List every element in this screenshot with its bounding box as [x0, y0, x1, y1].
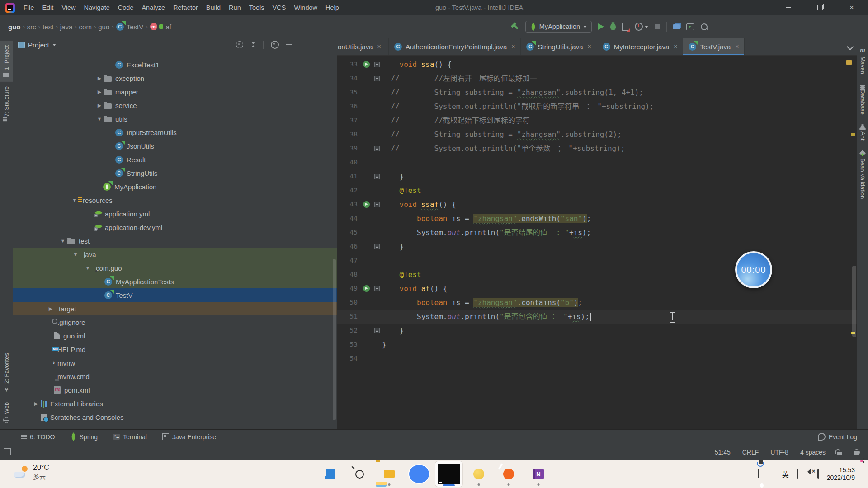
taskbar-chrome[interactable] — [406, 461, 433, 487]
tree-item-application-dev-yml[interactable]: application-dev.yml — [13, 221, 337, 234]
status-51-45[interactable]: 51:45 — [715, 449, 731, 456]
code-line-35[interactable]: 35 // String substring = "zhangsan".subs… — [337, 85, 857, 99]
project-structure-icon[interactable] — [673, 24, 680, 29]
run-anything-icon[interactable] — [686, 23, 694, 30]
run-button[interactable] — [598, 23, 604, 30]
taskbar-intellij-idea[interactable] — [435, 461, 462, 487]
menu-analyze[interactable]: Analyze — [137, 0, 169, 15]
tree-item-utils[interactable]: ▼utils — [13, 112, 337, 126]
code-line-34[interactable]: 34 // //左闭右开 尾标的值最好加一 — [337, 71, 857, 85]
tool-button-database[interactable]: Database — [859, 80, 866, 120]
breadcrumb-guo[interactable]: guo — [98, 23, 109, 31]
tree-item-service[interactable]: ▶service — [13, 99, 337, 112]
arrow-expanded-icon[interactable]: ▼ — [58, 238, 67, 244]
tree-item-pom-xml[interactable]: pom.xml — [13, 383, 337, 397]
locate-file-icon[interactable] — [236, 41, 243, 48]
code-line-39[interactable]: 39 // System.out.println("单个参数 ； "+subst… — [337, 141, 857, 155]
code-line-54[interactable]: 54 — [337, 352, 857, 366]
tray-battery[interactable] — [817, 470, 819, 478]
code-line-45[interactable]: 45 System.out.println("是否结尾的值 : "+is); — [337, 225, 857, 239]
tool-button-web[interactable]: Web — [3, 398, 10, 428]
code-line-40[interactable]: 40 — [337, 155, 857, 169]
status-crlf[interactable]: CRLF — [742, 449, 759, 456]
hide-panel-icon[interactable] — [286, 44, 292, 45]
breadcrumb-testv[interactable]: TestV — [116, 23, 144, 31]
menu-edit[interactable]: Edit — [38, 0, 57, 15]
arrow-collapsed-icon[interactable]: ▶ — [95, 89, 104, 95]
tab-close-icon[interactable]: × — [735, 43, 739, 50]
menu-view[interactable]: View — [57, 0, 80, 15]
menu-run[interactable]: Run — [225, 0, 245, 15]
code-line-42[interactable]: 42 @Test — [337, 183, 857, 197]
tool-button-1-project[interactable]: 1: Project — [0, 41, 13, 82]
taskbar-start[interactable] — [316, 461, 343, 487]
run-gutter-icon[interactable] — [360, 197, 372, 211]
build-hammer-icon[interactable] — [509, 21, 520, 32]
toolwindow-java-enterprise[interactable]: Java Enterprise — [162, 433, 216, 441]
code-editor[interactable]: 33 void ssa() {34 // //左闭右开 尾标的值最好加一35 /… — [337, 57, 857, 429]
code-line-37[interactable]: 37 // //截取起始下标到尾标的字符 — [337, 113, 857, 127]
fold-marker[interactable] — [372, 141, 382, 155]
tree-item-guo-iml[interactable]: guo.iml — [13, 329, 337, 343]
code-line-53[interactable]: 53} — [337, 338, 857, 352]
menu-file[interactable]: File — [19, 0, 38, 15]
tree-item-mapper[interactable]: ▶mapper — [13, 85, 337, 99]
menu-window[interactable]: Window — [290, 0, 321, 15]
code-line-43[interactable]: 43 void ssaf() { — [337, 197, 857, 211]
code-line-46[interactable]: 46 } — [337, 239, 857, 253]
tray-tray-expand[interactable] — [758, 470, 759, 478]
code-line-41[interactable]: 41 } — [337, 169, 857, 183]
code-line-33[interactable]: 33 void ssa() { — [337, 57, 857, 71]
toolwindow-spring[interactable]: Spring — [71, 433, 98, 441]
breadcrumb-src[interactable]: src — [27, 23, 36, 31]
tray-volume-muted[interactable] — [806, 470, 810, 478]
lock-icon[interactable] — [837, 452, 842, 455]
event-log-button[interactable]: Event Log — [818, 433, 857, 441]
tray-pen-device[interactable] — [797, 470, 798, 478]
tool-button-2-favorites[interactable]: ★2: Favorites — [3, 348, 10, 398]
tree-item-exceltest1[interactable]: ExcelTest1 — [13, 58, 337, 71]
arrow-expanded-icon[interactable]: ▼ — [71, 252, 80, 257]
tab-stringutils-java[interactable]: StringUtils.java× — [521, 38, 597, 55]
tab-testv-java[interactable]: TestV.java× — [683, 38, 745, 55]
fold-marker[interactable] — [372, 57, 382, 71]
run-config-combo[interactable]: MyApplication — [525, 21, 592, 33]
arrow-collapsed-icon[interactable]: ▶ — [32, 401, 41, 407]
window-layout-icon[interactable] — [4, 448, 11, 455]
tree-item-myapplicationtests[interactable]: MyApplicationTests — [13, 275, 337, 288]
tree-item-mvnw-cmd[interactable]: mvnw.cmd — [13, 370, 337, 383]
tree-item-target[interactable]: ▶target — [13, 302, 337, 315]
taskbar-onenote[interactable] — [525, 461, 552, 487]
fold-marker[interactable] — [372, 197, 382, 211]
tab-close-icon[interactable]: × — [674, 43, 677, 50]
status-4-spaces[interactable]: 4 spaces — [800, 449, 826, 456]
tree-item-result[interactable]: Result — [13, 153, 337, 166]
minimize-button[interactable] — [776, 0, 801, 15]
arrow-collapsed-icon[interactable]: ▶ — [95, 75, 104, 81]
tree-item-testv[interactable]: TestV — [13, 288, 337, 302]
taskbar-weather[interactable]: 20°C 多云 — [14, 464, 49, 481]
tab-onutils-java[interactable]: onUtils.java× — [337, 38, 389, 55]
fold-marker[interactable] — [372, 282, 382, 296]
breadcrumb-af[interactable]: af — [150, 23, 172, 31]
taskbar-app-orange[interactable] — [495, 461, 522, 487]
tree-item-exception[interactable]: ▶exception — [13, 71, 337, 85]
code-line-49[interactable]: 49 void af() { — [337, 282, 857, 296]
tab-authenticationentrypointimpl-java[interactable]: AuthenticationEntryPointImpl.java× — [389, 38, 521, 55]
menu-code[interactable]: Code — [114, 0, 138, 15]
inspection-profile-icon[interactable] — [854, 449, 860, 455]
breadcrumb-java[interactable]: java — [60, 23, 73, 31]
code-line-47[interactable]: 47 — [337, 253, 857, 267]
tree-item-myapplication[interactable]: MyApplication — [13, 180, 337, 193]
tree-item-scratches-and-consoles[interactable]: Scratches and Consoles — [13, 410, 337, 424]
code-line-52[interactable]: 52 } — [337, 324, 857, 338]
code-line-38[interactable]: 38 // String substring = "zhangsan".subs… — [337, 127, 857, 141]
close-button[interactable]: × — [839, 0, 864, 15]
debug-button[interactable] — [610, 23, 616, 30]
breadcrumb-test[interactable]: test — [42, 23, 53, 31]
code-line-51[interactable]: 51 System.out.println("是否包含的值 ： "+is); — [337, 310, 857, 324]
gear-icon[interactable] — [271, 41, 279, 49]
code-line-50[interactable]: 50 boolean is = "zhangsan".contains("b")… — [337, 296, 857, 310]
tab-myinterceptor-java[interactable]: MyInterceptor.java× — [597, 38, 684, 55]
tree-item-java[interactable]: ▼java — [13, 248, 337, 261]
